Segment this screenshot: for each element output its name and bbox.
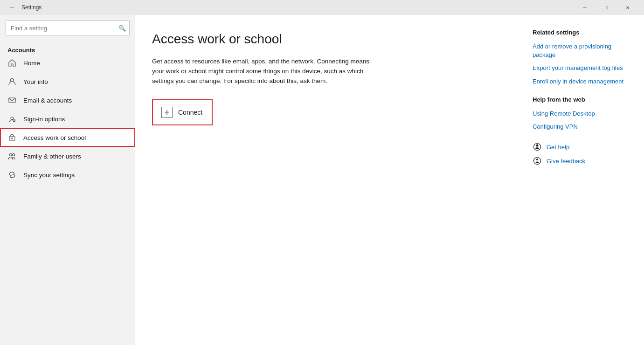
vpn-link[interactable]: Configuring VPN [533,123,635,131]
connect-label: Connect [178,109,202,116]
sidebar: 🔍 Accounts Home Your info [0,15,135,345]
close-button[interactable]: ✕ [617,0,638,15]
sign-in-icon [7,114,17,124]
svg-rect-1 [9,98,15,103]
right-panel: Related settings Add or remove a provisi… [523,15,644,345]
svg-point-5 [12,138,13,139]
remote-desktop-link[interactable]: Using Remote Desktop [533,110,635,118]
sidebar-item-access-work-label: Access work or school [23,134,86,141]
sidebar-item-your-info[interactable]: Your info [0,72,135,91]
get-help-icon [533,142,542,152]
search-container: 🔍 [6,21,130,35]
provisioning-link[interactable]: Add or remove a provisioning package [533,42,635,59]
page-title: Access work or school [152,32,504,47]
connect-plus-icon: + [161,107,173,118]
access-work-icon [7,133,17,142]
support-section: Get help Give feedback [533,142,635,166]
family-icon [7,152,17,161]
related-settings-title: Related settings [533,29,635,36]
give-feedback-icon [533,156,542,166]
main-content: Access work or school Get access to reso… [135,15,523,345]
sidebar-item-sync[interactable]: Sync your settings [0,166,135,184]
titlebar: ← Settings ─ □ ✕ [0,0,644,15]
sidebar-item-sign-in-label: Sign-in options [23,116,65,123]
help-title: Help from the web [533,96,635,103]
svg-point-6 [10,154,12,156]
back-button[interactable]: ← [6,1,19,14]
sidebar-item-sync-label: Sync your settings [23,172,75,179]
get-help-label: Get help [547,144,569,151]
home-icon [7,58,17,68]
page-description: Get access to resources like email, apps… [152,57,376,86]
sidebar-item-email-label: Email & accounts [23,97,72,104]
give-feedback-label: Give feedback [547,158,585,165]
sidebar-item-your-info-label: Your info [23,78,48,85]
your-info-icon [7,77,17,86]
search-input[interactable] [6,21,130,35]
search-icon: 🔍 [118,25,126,32]
sidebar-item-home-label: Home [23,60,40,67]
minimize-button[interactable]: ─ [574,0,596,15]
sync-icon [7,170,17,179]
svg-point-11 [536,159,538,160]
app-title: Settings [21,4,574,11]
connect-button[interactable]: + Connect [152,99,213,125]
sidebar-item-email-accounts[interactable]: Email & accounts [0,91,135,110]
sidebar-item-sign-in[interactable]: Sign-in options [0,110,135,128]
sidebar-item-family-label: Family & other users [23,153,81,160]
sidebar-item-family[interactable]: Family & other users [0,147,135,166]
maximize-button[interactable]: □ [596,0,617,15]
svg-rect-4 [9,137,15,140]
enroll-link[interactable]: Enroll only in device management [533,77,635,86]
window-controls: ─ □ ✕ [574,0,638,15]
give-feedback-item[interactable]: Give feedback [533,156,635,166]
sidebar-item-access-work[interactable]: Access work or school [0,128,135,147]
svg-point-7 [13,154,15,156]
svg-point-9 [536,145,539,147]
export-logs-link[interactable]: Export your management log files [533,64,635,72]
app-body: 🔍 Accounts Home Your info [0,15,644,345]
svg-point-10 [534,158,541,165]
sidebar-item-home[interactable]: Home [0,54,135,72]
get-help-item[interactable]: Get help [533,142,635,152]
email-icon [7,96,17,105]
